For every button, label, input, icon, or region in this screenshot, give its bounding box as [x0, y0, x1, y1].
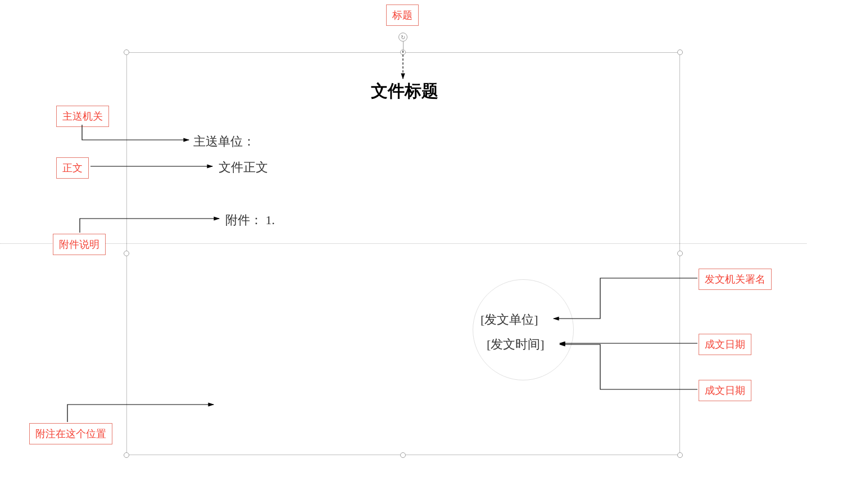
- label-title-text: 标题: [392, 10, 413, 21]
- label-recipient-text: 主送机关: [62, 111, 103, 122]
- attachment-field-text: 附件： 1.: [225, 213, 275, 227]
- label-title: 标题: [386, 4, 419, 26]
- handle-top-right[interactable]: [677, 49, 683, 55]
- handle-top-mid[interactable]: [400, 49, 406, 55]
- handle-top-left[interactable]: [124, 49, 129, 55]
- label-body: 正文: [56, 157, 89, 179]
- label-signature-text: 发文机关署名: [705, 274, 765, 285]
- label-written-date-text: 成文日期: [705, 339, 745, 350]
- doc-title-text: 文件标题: [371, 81, 438, 100]
- label-recipient: 主送机关: [56, 106, 109, 127]
- attachment-field: 附件： 1.: [225, 212, 275, 229]
- guide-hline-dotted: [0, 243, 806, 244]
- label-signature: 发文机关署名: [699, 269, 772, 290]
- label-written-date2: 成文日期: [699, 380, 751, 401]
- handle-mid-right[interactable]: [677, 251, 683, 256]
- label-written-date: 成文日期: [699, 334, 751, 355]
- handle-bottom-mid[interactable]: [400, 452, 406, 458]
- sender-time: [发文时间]: [487, 336, 545, 353]
- handle-bottom-right[interactable]: [677, 452, 683, 458]
- label-attachment-desc-text: 附件说明: [59, 239, 99, 250]
- sender-unit: [发文单位]: [481, 311, 538, 328]
- recipient-field: 主送单位：: [193, 133, 255, 150]
- stamp-circle: [473, 279, 574, 380]
- label-attachment-desc: 附件说明: [53, 234, 106, 255]
- label-body-text: 正文: [62, 162, 83, 174]
- body-field-text: 文件正文: [219, 160, 268, 174]
- sender-time-text: [发文时间]: [487, 337, 545, 351]
- sender-unit-text: [发文单位]: [481, 312, 538, 326]
- label-note-position: 附注在这个位置: [29, 423, 112, 444]
- canvas-frame[interactable]: [126, 52, 680, 455]
- label-written-date2-text: 成文日期: [705, 385, 745, 396]
- rotate-handle[interactable]: ↻: [398, 33, 407, 51]
- handle-mid-left[interactable]: [124, 251, 129, 256]
- recipient-field-text: 主送单位：: [193, 134, 255, 148]
- body-field: 文件正文: [219, 159, 268, 176]
- handle-bottom-left[interactable]: [124, 452, 129, 458]
- label-note-position-text: 附注在这个位置: [35, 428, 106, 439]
- doc-title: 文件标题: [371, 80, 438, 103]
